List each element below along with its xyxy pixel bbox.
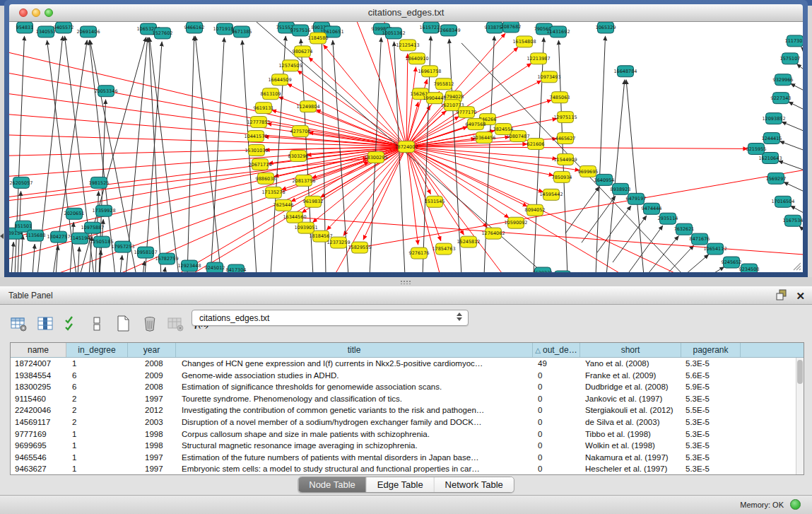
table-cell[interactable]: 9465546 <box>11 452 66 464</box>
table-cell[interactable]: 5.3E-5 <box>681 428 741 440</box>
tab-network-table[interactable]: Network Table <box>435 477 514 492</box>
citation-edge-red[interactable] <box>9 50 406 147</box>
table-cell[interactable]: Estimation of significance thresholds fo… <box>176 381 533 393</box>
table-cell[interactable]: 5.5E-5 <box>681 404 741 416</box>
table-cell[interactable]: 0 <box>533 404 580 416</box>
table-cell[interactable]: 6 <box>66 370 128 382</box>
table-cell[interactable]: Changes of HCN gene expression and I(f) … <box>176 358 533 370</box>
table-cell[interactable]: Disruption of a novel member of a sodium… <box>176 416 533 428</box>
table-cell[interactable]: 1 <box>66 463 128 475</box>
table-cell[interactable]: 1998 <box>128 428 176 440</box>
graph-node[interactable] <box>555 271 571 272</box>
resize-grip-icon[interactable] <box>792 261 801 271</box>
citation-edge-black[interactable] <box>799 226 803 233</box>
citation-edge-red[interactable] <box>334 147 406 272</box>
table-cell[interactable]: 0 <box>533 381 580 393</box>
table-cell[interactable]: 9777169 <box>11 428 66 440</box>
table-scrollbar[interactable] <box>796 358 804 474</box>
column-header-in_degree[interactable]: in_degree <box>66 343 128 357</box>
table-row[interactable]: 946554611997Estimation of the future num… <box>11 452 804 464</box>
table-cell[interactable]: Wolkin et al. (1998) <box>580 440 681 452</box>
cells-button[interactable] <box>88 315 107 333</box>
table-cell[interactable]: Nakamura et al. (1997) <box>580 452 681 464</box>
table-cell[interactable]: 2003 <box>128 416 176 428</box>
table-cell[interactable]: 0 <box>533 440 580 452</box>
table-cell[interactable]: 22420046 <box>11 404 66 416</box>
table-row[interactable]: 977716911998Corpus callosum shape and si… <box>11 428 804 440</box>
table-cell[interactable]: Yano et al. (2008) <box>580 358 681 370</box>
citation-edge-red[interactable] <box>406 54 408 147</box>
citation-edge-black[interactable] <box>801 47 803 53</box>
citation-edge-red[interactable] <box>9 71 406 147</box>
citation-edge-black[interactable] <box>394 42 405 272</box>
delete-table-button[interactable] <box>141 315 159 333</box>
table-row[interactable]: 1830029562008Estimation of significance … <box>11 381 804 393</box>
network-canvas[interactable]: 9548311340557940557220691406106532871527… <box>9 22 803 272</box>
citation-edge-black[interactable] <box>597 206 631 252</box>
table-cell[interactable]: Embryonic stem cells: a model to study s… <box>176 463 533 475</box>
citation-edge-black[interactable] <box>143 261 145 272</box>
citation-edge-red[interactable] <box>324 45 406 146</box>
table-cell[interactable]: Tourette syndrome. Phenomenology and cla… <box>176 393 533 405</box>
table-cell[interactable]: 14569117 <box>11 416 66 428</box>
split-pane-divider[interactable] <box>0 277 812 286</box>
table-cell[interactable]: 5.3E-5 <box>681 463 741 475</box>
table-cell[interactable]: 2009 <box>128 370 176 382</box>
table-cell[interactable]: 1 <box>66 358 128 370</box>
citation-edge-black[interactable] <box>626 80 644 272</box>
column-header-name[interactable]: name <box>11 343 66 357</box>
new-table-button[interactable] <box>114 315 133 333</box>
table-row[interactable]: 1872400712008Changes of HCN gene express… <box>11 358 804 370</box>
table-cell[interactable]: 49 <box>533 358 580 370</box>
table-cell[interactable]: 1 <box>66 440 128 452</box>
table-cell[interactable]: 0 <box>533 463 580 475</box>
table-cell[interactable]: Stergiakouli et al. (2012) <box>580 404 681 416</box>
citation-edge-black[interactable] <box>791 83 803 92</box>
table-cell[interactable]: 0 <box>533 416 580 428</box>
table-cell[interactable]: Corpus callosum shape and size in male p… <box>176 428 533 440</box>
table-cell[interactable]: 0 <box>533 393 580 405</box>
table-settings-button[interactable] <box>10 315 28 333</box>
citation-edge-black[interactable] <box>596 36 606 272</box>
table-cell[interactable]: 2008 <box>128 358 176 370</box>
tab-node-table[interactable]: Node Table <box>298 477 367 492</box>
citation-edge-red[interactable] <box>406 147 748 149</box>
table-cell[interactable]: 9463627 <box>11 463 66 475</box>
table-cell[interactable]: 18300295 <box>11 381 66 393</box>
table-row[interactable]: 969969511998Structural magnetic resonanc… <box>11 440 804 452</box>
table-cell[interactable]: 5.3E-5 <box>681 452 741 464</box>
citation-edge-black[interactable] <box>120 255 122 272</box>
table-cell[interactable]: Investigating the contribution of common… <box>176 404 533 416</box>
table-cell[interactable]: 1997 <box>128 463 176 475</box>
table-row[interactable]: 911546021997Tourette syndrome. Phenomeno… <box>11 393 804 405</box>
table-cell[interactable]: 1 <box>66 452 128 464</box>
column-header-pagerank[interactable]: pagerank <box>681 343 741 357</box>
table-cell[interactable]: 2 <box>66 393 128 405</box>
citation-edge-black[interactable] <box>796 64 803 72</box>
memory-status-indicator[interactable] <box>790 499 801 510</box>
table-cell[interactable]: 5.3E-5 <box>681 440 741 452</box>
citation-edge-black[interactable] <box>271 36 286 272</box>
citation-edge-black[interactable] <box>681 255 709 272</box>
citation-edge-red[interactable] <box>406 147 527 206</box>
table-cell[interactable]: 18724007 <box>11 358 66 370</box>
citation-edge-black[interactable] <box>782 122 803 132</box>
table-cell[interactable]: 2 <box>66 404 128 416</box>
table-cell[interactable]: 5.3E-5 <box>681 416 741 428</box>
table-cell[interactable]: 2012 <box>128 404 176 416</box>
citation-edge-black[interactable] <box>784 182 803 193</box>
citation-edge-black[interactable] <box>789 102 803 112</box>
select-all-rows-button[interactable] <box>62 315 81 333</box>
citation-edge-red[interactable] <box>9 114 406 147</box>
citation-edge-black[interactable] <box>126 37 148 272</box>
table-row[interactable]: 946362711997Embryonic stem cells: a mode… <box>11 463 804 475</box>
citation-edge-black[interactable] <box>78 247 79 272</box>
table-selector-combobox[interactable]: citations_edges.txt <box>192 310 469 326</box>
network-window-titlebar[interactable]: citations_edges.txt <box>9 4 803 22</box>
citation-edge-black[interactable] <box>779 141 803 152</box>
table-cell[interactable]: 5.3E-5 <box>681 393 741 405</box>
table-cell[interactable]: de Silva et al. (2003) <box>580 416 681 428</box>
citation-edge-red[interactable] <box>406 67 416 147</box>
citation-edge-black[interactable] <box>20 235 23 272</box>
column-header-short[interactable]: short <box>580 343 681 357</box>
